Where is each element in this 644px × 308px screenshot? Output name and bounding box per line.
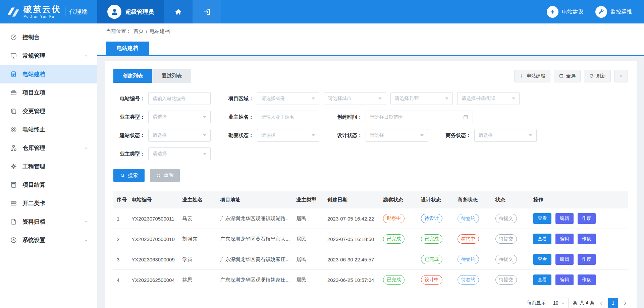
col-business: 商务状态 (454, 191, 492, 208)
view-button[interactable]: 查看 (533, 274, 551, 285)
status-badge: 待签约 (458, 214, 479, 223)
sidebar-item-data-archive[interactable]: 资料归档 (0, 212, 97, 231)
nav-station-construction[interactable]: 电站建设 (547, 0, 583, 23)
town-select[interactable]: 请选择村镇/街道 (457, 92, 520, 105)
refresh-button[interactable]: 刷新 (584, 70, 611, 82)
sidebar-item-project-settlement[interactable]: 项目结算 (0, 176, 97, 194)
void-button[interactable]: 作废 (578, 213, 596, 224)
sidebar-item-label: 常规管理 (22, 52, 78, 60)
breadcrumb-home-link[interactable]: 首页 (133, 28, 144, 35)
cell-created: 2023-07-05 16:42:22 (324, 208, 380, 229)
reset-button[interactable]: 重置 (150, 169, 180, 182)
edit-button[interactable]: 编辑 (555, 213, 574, 224)
cell-survey-status: 勘察中 (380, 208, 418, 229)
per-page-label: 每页显示 (527, 300, 546, 306)
cell-address: 广东深圳龙华区观澜镇观湖路... (217, 208, 293, 229)
cell-design-status: 已完成 (418, 249, 454, 270)
date-range-picker[interactable] (366, 111, 473, 123)
filter-row: 建站状态： 请选择 勘察状态： 请选择 (113, 129, 628, 142)
sidebar-item-change-management[interactable]: 变更管理 (0, 102, 97, 120)
survey-status-select[interactable]: 请选择 (257, 129, 319, 142)
portal-label: 代理端 (69, 8, 88, 16)
cell-owner: 刘强东 (179, 229, 217, 249)
cell-actions: 查看 编辑 作废 (530, 270, 628, 290)
sidebar-item-label: 电站建档 (22, 70, 89, 78)
sidebar-item-engineering-management[interactable]: 工程管理 (0, 157, 97, 176)
edit-button[interactable]: 编辑 (555, 254, 574, 265)
view-button[interactable]: 查看 (533, 234, 551, 244)
edit-button[interactable]: 编辑 (555, 234, 574, 244)
logout-button[interactable] (193, 0, 221, 23)
edit-button[interactable]: 编辑 (555, 274, 574, 285)
cell-address: 广东深圳龙华区观澜镇姚家庄... (217, 270, 293, 290)
collapse-toolbar-button[interactable] (614, 70, 628, 82)
cell-station-no: YX2023062500004 (128, 270, 179, 290)
select-placeholder: 请选择 (153, 151, 167, 157)
void-button[interactable]: 作废 (578, 274, 596, 285)
next-page-button[interactable] (622, 300, 628, 306)
design-status-select[interactable]: 请选择 (366, 129, 428, 142)
sidebar-item-system-settings[interactable]: 系统设置 (0, 231, 97, 249)
cell-survey-status: 已完成 (380, 229, 418, 249)
status-badge: 设计中 (421, 275, 442, 285)
table-row: 1 YX2023070500011 马云 广东深圳龙华区观澜镇观湖路... 居民… (113, 208, 628, 229)
page-tab-station-filing[interactable]: 电站建档 (106, 42, 149, 55)
chevron-down-icon (84, 219, 89, 224)
owner-name-input[interactable] (257, 111, 319, 123)
status-badge: 已完成 (383, 234, 405, 244)
city-select[interactable]: 请选择城市 (324, 92, 386, 105)
nav-monitoring-ops[interactable]: 监控运维 (595, 0, 632, 23)
sidebar-item-general-management[interactable]: 常规管理 (0, 47, 97, 65)
filter-label: 建站状态： (113, 132, 145, 139)
sidebar-item-project-initiation[interactable]: 项目立项 (0, 83, 97, 102)
chevron-down-icon (420, 134, 424, 136)
cell-station-no: YX2023063000009 (128, 249, 179, 270)
station-no-input[interactable] (148, 92, 211, 105)
stop-circle-icon (10, 126, 17, 133)
status-badge: 勘察中 (383, 214, 405, 223)
user-menu-button[interactable]: 超级管理员 (97, 0, 164, 23)
filter-owner-name: 业主姓名： (222, 111, 319, 123)
cell-actions: 查看 编辑 作废 (530, 249, 628, 270)
province-select[interactable]: 请选择省份 (257, 92, 319, 105)
date-range-input[interactable] (370, 114, 463, 120)
owner-type-2-select[interactable]: 请选择 (148, 147, 211, 160)
dashboard-icon (10, 34, 17, 41)
sidebar-item-console[interactable]: 控制台 (0, 28, 97, 47)
view-button[interactable]: 查看 (533, 213, 551, 224)
fullscreen-button[interactable]: 全屏 (554, 70, 581, 82)
filter-create-time: 创建时间： (331, 111, 473, 123)
sidebar-item-station-termination[interactable]: 电站终止 (0, 120, 97, 139)
tab-create-list[interactable]: 创建列表 (113, 69, 152, 83)
chevron-down-icon (84, 238, 89, 243)
owner-type-select[interactable]: 请选择 (148, 111, 211, 123)
filter-label: 设计状态： (331, 132, 362, 139)
view-button[interactable]: 查看 (533, 254, 551, 265)
build-status-select[interactable]: 请选择 (148, 129, 211, 142)
county-select[interactable]: 请选择县/区 (390, 92, 453, 105)
prev-page-button[interactable] (598, 300, 604, 306)
chevron-down-icon (619, 73, 624, 78)
sidebar-item-class2-card[interactable]: 开二类卡 (0, 194, 97, 212)
create-station-button[interactable]: 电站建档 (514, 70, 550, 82)
current-page[interactable]: 1 (608, 298, 618, 308)
cell-status: 待提交 (492, 249, 530, 270)
chevron-down-icon (203, 116, 206, 118)
app-root: 破茧云伏 Po Jian Yun Fu 代理端 超级管理员 (0, 0, 644, 308)
sidebar-item-warehouse-management[interactable]: 仓库管理 (0, 139, 97, 157)
top-header: 破茧云伏 Po Jian Yun Fu 代理端 超级管理员 (0, 0, 644, 23)
home-button[interactable] (164, 0, 193, 23)
button-label: 全屏 (566, 73, 576, 79)
chevron-down-icon (561, 301, 565, 305)
business-status-select[interactable]: 请选择 (474, 129, 537, 142)
logo-title: 破茧云伏 (23, 5, 61, 13)
sidebar-item-station-filing[interactable]: 电站建档 (0, 65, 97, 83)
cell-address: 广东深圳龙华区黄石镇皇官大... (217, 229, 293, 249)
nav-label: 电站建设 (562, 8, 583, 15)
search-button[interactable]: 搜索 (113, 169, 145, 182)
col-owner-type: 业主类型 (293, 191, 324, 208)
void-button[interactable]: 作废 (578, 254, 596, 265)
void-button[interactable]: 作废 (578, 234, 596, 244)
tab-passed-list[interactable]: 通过列表 (152, 69, 191, 83)
page-size-select[interactable]: 10 (550, 298, 569, 308)
